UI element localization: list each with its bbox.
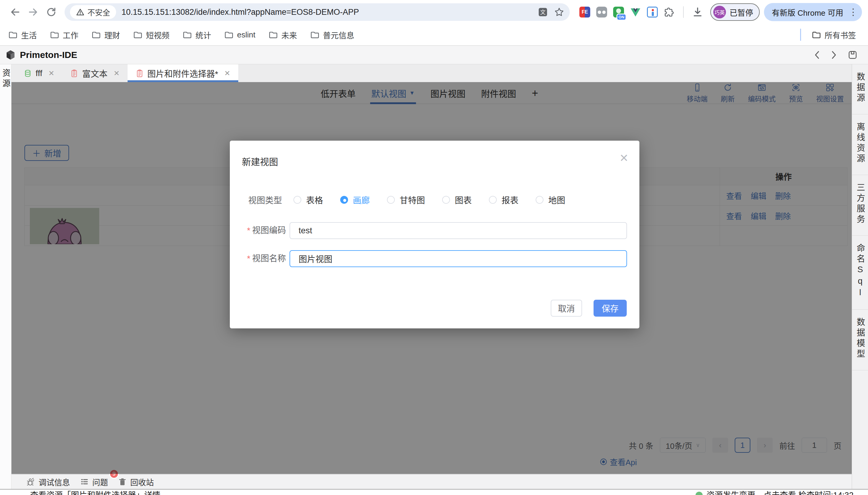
tab-fff[interactable]: fff ✕ xyxy=(16,64,62,82)
bookmarks-bar: 生活 工作 理财 短视频 统计 eslint 未来 普元信息 所有书签 xyxy=(0,24,868,45)
radio-map[interactable]: 地图 xyxy=(536,194,565,206)
tab-image-attachment-selector[interactable]: 图片和附件选择器* ✕ xyxy=(128,64,238,82)
back-icon[interactable] xyxy=(8,5,22,19)
update-label: 有新版 Chrome 可用 xyxy=(772,7,843,18)
recycle-bin-button[interactable]: 回收站 xyxy=(118,476,154,488)
trash-icon xyxy=(118,478,127,486)
avatar: 巧英 xyxy=(713,6,726,18)
view-code-label: 视图编码 xyxy=(252,226,286,235)
security-label: 不安全 xyxy=(87,7,110,17)
required-asterisk: * xyxy=(247,254,250,263)
extensions-puzzle-icon[interactable] xyxy=(664,7,675,17)
address-bar[interactable]: 不安全 10.15.15.151:13082/ide/index.html?ap… xyxy=(65,3,570,21)
radio-icon xyxy=(294,196,301,204)
blue-extension-icon[interactable] xyxy=(647,7,658,17)
bookmark-folder[interactable]: 普元信息 xyxy=(311,29,354,40)
view-name-label: 视图名称 xyxy=(252,254,286,263)
save-button[interactable]: 保存 xyxy=(594,300,627,317)
required-asterisk: * xyxy=(247,226,250,235)
form-icon xyxy=(70,69,78,78)
debug-info-button[interactable]: 调试信息 xyxy=(26,476,70,488)
history-back-icon[interactable] xyxy=(814,50,820,59)
kebab-menu-icon[interactable]: ⋮ xyxy=(849,7,858,17)
dots-extension-icon[interactable] xyxy=(596,7,607,17)
view-name-input[interactable] xyxy=(289,250,627,267)
radio-icon xyxy=(442,196,450,204)
profile-chip[interactable]: 巧英 已暂停 xyxy=(710,3,760,21)
toolbar-divider xyxy=(683,6,684,18)
radio-icon xyxy=(340,196,348,204)
view-code-input[interactable] xyxy=(289,222,627,239)
sidebar-item-datasource[interactable]: 数据源 xyxy=(852,64,868,114)
bookmark-folder[interactable]: 理财 xyxy=(92,29,120,40)
close-icon[interactable]: ✕ xyxy=(113,69,120,78)
radio-report[interactable]: 报表 xyxy=(489,194,518,206)
bookmark-folder[interactable]: 短视频 xyxy=(133,29,170,40)
translate-icon[interactable]: 文 xyxy=(538,7,548,17)
view-type-label: 视图类型 xyxy=(248,194,282,206)
sidebar-item-data-model[interactable]: 数据模型 xyxy=(852,310,868,370)
view-code-field: *视图编码 xyxy=(230,222,639,239)
svg-text:文: 文 xyxy=(540,10,546,15)
all-bookmarks-button[interactable]: 所有书签 xyxy=(812,29,856,40)
app-title: Primeton-IDE xyxy=(20,50,77,60)
right-sidebar: 数据源 离线资源 三方服务 命名Sql 数据模型 xyxy=(852,64,868,489)
bookmark-folder[interactable]: eslint xyxy=(225,30,255,39)
bookmark-folder[interactable]: 工作 xyxy=(50,29,78,40)
bookmarks-divider xyxy=(800,29,801,41)
bookmark-folder[interactable]: 未来 xyxy=(269,29,297,40)
bug-icon xyxy=(26,478,35,486)
extensions-row: FE ON xyxy=(579,6,703,18)
dialog-title: 新建视图 xyxy=(242,155,278,168)
close-icon[interactable]: ✕ xyxy=(619,153,628,164)
view-name-field: *视图名称 xyxy=(230,250,639,267)
tab-label: fff xyxy=(36,69,42,78)
tab-label: 富文本 xyxy=(82,67,107,79)
warning-icon xyxy=(76,8,85,16)
bookmark-star-icon[interactable] xyxy=(554,7,564,17)
radio-icon xyxy=(387,196,395,204)
status-change-notice[interactable]: 资源发生变更，点击查看 检查时间:14:32 xyxy=(695,490,853,495)
close-icon[interactable]: ✕ xyxy=(48,69,54,78)
database-icon xyxy=(23,69,32,78)
security-chip[interactable]: 不安全 xyxy=(70,5,116,19)
radio-gallery[interactable]: 画廊 xyxy=(340,194,370,206)
vue-extension-icon[interactable] xyxy=(630,7,641,17)
radio-gantt[interactable]: 甘特图 xyxy=(387,194,425,206)
problems-button[interactable]: 问题 9 xyxy=(80,476,108,488)
sidebar-item-third-party-service[interactable]: 三方服务 xyxy=(852,175,868,236)
bottom-panel-bar: 调试信息 问题 9 回收站 xyxy=(12,474,852,489)
on-badge: ON xyxy=(617,14,627,20)
bookmark-folder[interactable]: 统计 xyxy=(183,29,211,40)
status-resource-text: 查看资源「图片和附件选择器」详情 xyxy=(30,490,160,495)
editor-tabstrip: fff ✕ 富文本 ✕ 图片和附件选择器* ✕ xyxy=(12,64,852,82)
app-logo-icon xyxy=(5,49,16,61)
cancel-button[interactable]: 取消 xyxy=(551,300,582,317)
radio-chart[interactable]: 图表 xyxy=(442,194,472,206)
forward-icon[interactable] xyxy=(26,5,40,19)
on-extension-icon[interactable]: ON xyxy=(613,7,624,17)
tab-label: 图片和附件选择器* xyxy=(147,67,218,79)
close-icon[interactable]: ✕ xyxy=(224,69,230,78)
view-type-field: 视图类型 表格 画廊 甘特图 图表 报表 地图 xyxy=(248,194,582,206)
url-text[interactable]: 10.15.15.151:13082/ide/index.html?appNam… xyxy=(122,7,538,17)
app-titlebar: Primeton-IDE xyxy=(0,45,868,64)
form-icon xyxy=(136,69,144,78)
chrome-update-button[interactable]: 有新版 Chrome 可用 ⋮ xyxy=(764,3,862,21)
list-icon xyxy=(80,478,89,486)
resource-rail-label: 资源 xyxy=(0,69,12,90)
radio-icon xyxy=(536,196,544,204)
browser-toolbar: 不安全 10.15.15.151:13082/ide/index.html?ap… xyxy=(0,0,868,24)
history-forward-icon[interactable] xyxy=(831,50,837,59)
fe-extension-icon[interactable]: FE xyxy=(579,7,590,17)
radio-table[interactable]: 表格 xyxy=(294,194,323,206)
sidebar-item-named-sql[interactable]: 命名Sql xyxy=(852,236,868,310)
save-all-icon[interactable] xyxy=(848,50,858,60)
tab-richtext[interactable]: 富文本 ✕ xyxy=(62,64,127,82)
sidebar-item-offline-resource[interactable]: 离线资源 xyxy=(852,114,868,175)
resource-rail[interactable]: 资源 xyxy=(0,64,12,489)
downloads-icon[interactable] xyxy=(692,7,703,17)
bookmark-folder[interactable]: 生活 xyxy=(8,29,37,40)
reload-icon[interactable] xyxy=(45,5,58,19)
radio-icon xyxy=(489,196,497,204)
